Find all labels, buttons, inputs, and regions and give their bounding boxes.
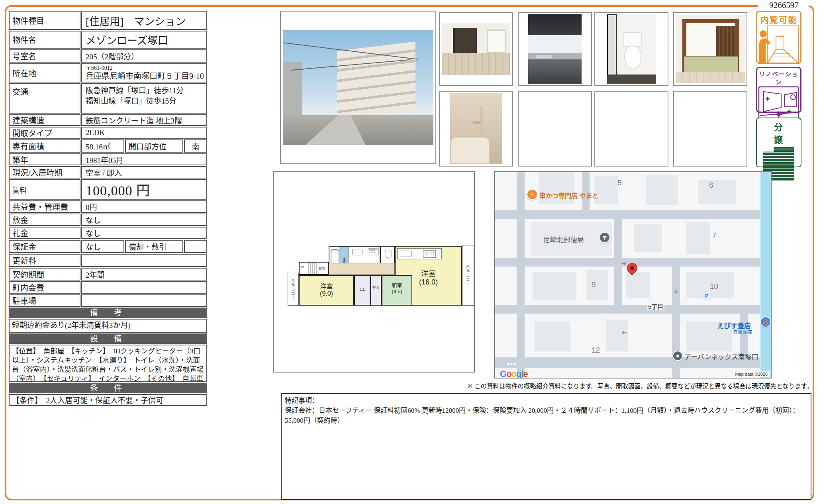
road	[495, 210, 772, 219]
photo-empty-frame	[518, 91, 592, 167]
japanese-room: 和室 (4.5)	[382, 275, 412, 306]
restaurant-poi-label[interactable]: 串かつ専門店 やまと	[539, 190, 598, 200]
cabinets	[528, 59, 582, 84]
photo-kitchen-frame	[518, 12, 592, 86]
row-label: 礼金	[9, 227, 80, 239]
entrance-label: 玄関	[318, 266, 325, 271]
row-label: 敷金	[9, 214, 80, 226]
store-icon[interactable]: 👜	[760, 316, 771, 328]
table-row: 間取タイプ 2LDK	[9, 127, 207, 139]
toilet-tank	[623, 32, 641, 46]
row-value: 阪急神戸線「塚口」徒歩11分 福知山線「塚口」徒歩15分	[81, 83, 207, 114]
one-way-arrow-down: ➔	[672, 288, 680, 294]
parking-label: P	[705, 293, 709, 299]
table-row: 専有面積 58.16㎡ 開口部方位 南	[9, 139, 207, 153]
tatami-mat	[684, 56, 738, 72]
row-label: 町内会費	[9, 281, 80, 294]
row-value: 58.16㎡	[81, 139, 124, 153]
shoebox-label: SB	[300, 266, 304, 269]
photo-toilet-frame	[594, 12, 668, 86]
equipment-text: 【位置】 角部屋 【キッチン】 IHクッキングヒーター（3口以上）・システムキッ…	[9, 345, 207, 382]
renovated-room-illustration	[758, 86, 799, 121]
road	[517, 172, 525, 378]
parking-icon[interactable]: P	[702, 291, 711, 300]
row-value: 鉄筋コンクリート造 地上3階	[81, 114, 207, 126]
wall	[607, 14, 617, 84]
closet-cl: CL	[354, 275, 370, 306]
shower-bar	[473, 122, 481, 124]
wood-floor	[676, 72, 745, 83]
sub-label: 償却・敷引	[125, 240, 183, 253]
toilet-bowl	[624, 45, 641, 69]
laundry-label: 洗濯機スペース	[369, 249, 378, 254]
restaurant-icon[interactable]: ⑂	[527, 189, 538, 200]
google-logo[interactable]: Google	[500, 369, 528, 378]
building-poi-icon[interactable]	[672, 351, 683, 361]
row-label: 間取タイプ	[9, 127, 80, 139]
row-value	[81, 281, 207, 294]
remarks-header: 備 考	[9, 308, 207, 318]
special-notes-title: 特記事項：	[285, 396, 807, 406]
table-row: 更新料	[9, 254, 207, 267]
badge-bunjo: 分 譲	[756, 118, 801, 167]
map-building	[686, 222, 710, 254]
badge-label: リノベーション	[757, 69, 800, 86]
river	[760, 172, 771, 378]
kitchen-sink-icon	[400, 251, 412, 257]
post-office-icon[interactable]: 〒	[599, 232, 610, 243]
oshiire: 押入	[370, 275, 382, 306]
row-label: 物件名	[9, 31, 80, 49]
balcony-label: バルコニー	[291, 278, 296, 300]
transit-line-2: 福知山線「塚口」徒歩15分	[86, 96, 176, 106]
row-label: 交通	[9, 83, 80, 114]
table-row: 契約期間 2年間	[9, 268, 207, 280]
post-office-label[interactable]: 尼崎北郵便局	[543, 234, 584, 244]
row-value: 2年間	[81, 268, 207, 280]
row-label: 現況/入居時期	[9, 166, 80, 178]
building-poi-label[interactable]: アーバンネックス南塚口	[684, 351, 758, 361]
row-value: メゾンローズ塚口	[81, 31, 207, 49]
special-notes-box: 特記事項： 保証会社：日本セーフティー 保証料初回60% 更新時12000円・保…	[281, 393, 811, 500]
photo-japanese-room	[676, 15, 745, 83]
row-label: 築年	[9, 153, 80, 165]
row-label: 共益費・管理費	[9, 200, 80, 213]
row-value: 0円	[81, 200, 207, 213]
one-way-arrow-right: ➔	[621, 259, 626, 268]
row-label: 更新料	[9, 254, 80, 267]
row-value: 1981年05月	[81, 153, 207, 165]
row-value: なし	[81, 240, 124, 253]
map-building	[646, 175, 678, 205]
table-row: 町内会費	[9, 281, 207, 294]
property-sheet: 9266597 物件種目 [住居用] マンション 物件名 メゾンローズ塚口 号室…	[0, 0, 819, 504]
address: 兵庫県尼崎市南塚口町５丁目9-10	[86, 72, 204, 81]
table-row: 礼金 なし	[9, 227, 207, 239]
row-label: 保証金	[9, 240, 80, 253]
rent-value: 100,000 円	[81, 179, 207, 200]
row-label: 号室名	[9, 49, 80, 63]
block-number: 10	[710, 282, 718, 291]
building	[337, 41, 415, 120]
table-row: 現況/入居時期 空室 / 即入	[9, 166, 207, 178]
photo-bathroom	[450, 93, 502, 164]
one-way-arrow-left: ➔	[621, 328, 627, 337]
row-value	[81, 294, 207, 307]
photo-bathroom-frame	[439, 91, 513, 167]
row-value: なし	[81, 227, 207, 239]
crossing-dots: ●●●	[507, 361, 517, 367]
row-value: 空室 / 即入	[81, 166, 207, 178]
row-value	[81, 254, 207, 267]
badge-viewing-available: 内覧可能	[756, 11, 801, 64]
disclaimer-text: ※ この資料は物件の概略紹介資料になります。写真、間取図面、設備、概要などが現況…	[359, 381, 813, 390]
row-value: 205（2階部分）	[81, 49, 207, 63]
table-row: 共益費・管理費 0円	[9, 200, 207, 213]
photo-kitchen	[528, 14, 582, 84]
map-embed[interactable]: 5 6 7 9 10 12 5丁目 ⑂ 串かつ専門店 やまと 尼崎北郵便局 〒 …	[494, 171, 772, 378]
map-building	[533, 272, 576, 300]
badge-label: 分 譲	[762, 120, 801, 145]
transit-line-1: 阪急神戸線「塚口」徒歩11分	[86, 86, 184, 96]
floor-plan-box: バルコニー バルコニー SB 玄関 浴室 洗面所 洗濯機スペース	[273, 171, 475, 373]
block-number: 6	[709, 181, 713, 190]
row-label: 物件種目	[9, 11, 80, 30]
table-row: 物件種目 [住居用] マンション	[9, 11, 207, 30]
balcony-right: バルコニー	[462, 245, 474, 306]
